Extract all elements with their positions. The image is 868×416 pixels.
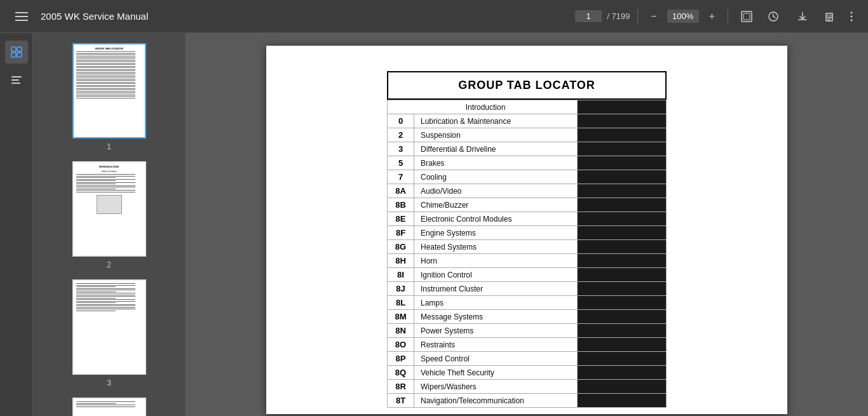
table-row: 3Differential & Driveline xyxy=(388,142,667,156)
tab-bar xyxy=(578,338,667,352)
menu-button[interactable] xyxy=(10,10,33,23)
thumbnail-image-3 xyxy=(72,279,146,375)
print-button[interactable] xyxy=(818,8,840,25)
zoom-in-button[interactable]: + xyxy=(704,8,720,25)
tab-label: Lubrication & Maintenance xyxy=(414,114,578,128)
thumbnail-image-1: GROUP TAB LOCATOR xyxy=(72,43,146,138)
svg-rect-5 xyxy=(827,20,830,20)
tab-bar xyxy=(578,380,667,394)
tab-label: Horn xyxy=(414,254,578,268)
thumbnail-image-2: INTRODUCTION Table of Contents xyxy=(72,161,146,257)
tab-number: 3 xyxy=(388,142,414,156)
page-total-label: / 7199 xyxy=(607,11,630,21)
tab-bar xyxy=(578,184,667,198)
tab-label: Speed Control xyxy=(414,352,578,366)
tab-bar xyxy=(578,352,667,366)
svg-rect-13 xyxy=(11,76,22,77)
thumbnail-label-3: 3 xyxy=(107,379,111,387)
divider2 xyxy=(728,9,728,24)
table-row: Introduction xyxy=(388,100,667,114)
gtl-table: Introduction0Lubrication & Maintenance2S… xyxy=(387,100,667,408)
toolbar-center: / 7199 − 100% + xyxy=(575,8,784,25)
download-button[interactable] xyxy=(792,8,813,25)
table-row: 8PSpeed Control xyxy=(388,352,667,366)
tab-number: 8M xyxy=(388,310,414,324)
table-row: 8MMessage Systems xyxy=(388,310,667,324)
tab-number: 8G xyxy=(388,240,414,254)
table-row: 8GHeated Systems xyxy=(388,240,667,254)
tab-bar xyxy=(578,142,667,156)
table-row: 5Brakes xyxy=(388,156,667,170)
table-row: 8NPower Systems xyxy=(388,324,667,338)
tab-bar xyxy=(578,296,667,310)
tab-number: 8R xyxy=(388,380,414,394)
svg-rect-9 xyxy=(11,47,16,51)
tab-label: Ignition Control xyxy=(414,268,578,282)
tab-bar xyxy=(578,198,667,212)
tab-label: Brakes xyxy=(414,156,578,170)
table-row: 8IIgnition Control xyxy=(388,268,667,282)
svg-rect-10 xyxy=(17,47,22,51)
tab-bar xyxy=(578,282,667,296)
tab-number: 7 xyxy=(388,170,414,184)
table-row: 8ORestraints xyxy=(388,338,667,352)
tab-label: Engine Systems xyxy=(414,226,578,240)
fit-page-button[interactable] xyxy=(736,8,757,25)
table-row: 8AAudio/Video xyxy=(388,184,667,198)
svg-rect-12 xyxy=(17,53,22,57)
toolbar: 2005 WK Service Manual / 7199 − 100% + xyxy=(0,0,868,33)
document-title: 2005 WK Service Manual xyxy=(41,11,148,22)
tab-number: 8L xyxy=(388,296,414,310)
tab-number: 8J xyxy=(388,282,414,296)
outline-view-button[interactable] xyxy=(5,69,28,91)
thumbnail-item-2[interactable]: INTRODUCTION Table of Contents 2 xyxy=(33,156,185,274)
table-row: 7Cooling xyxy=(388,170,667,184)
tab-label: Message Systems xyxy=(414,310,578,324)
page-document: GROUP TAB LOCATOR Introduction0Lubricati… xyxy=(266,46,787,414)
thumbnail-item-4[interactable] xyxy=(33,393,185,416)
more-options-button[interactable] xyxy=(845,8,858,25)
tab-label: Restraints xyxy=(414,338,578,352)
table-row: 8BChime/Buzzer xyxy=(388,198,667,212)
thumbnail-item-3[interactable]: 3 xyxy=(33,274,185,393)
table-row: 8LLamps xyxy=(388,296,667,310)
tab-label: Vehicle Theft Security xyxy=(414,366,578,380)
tab-bar xyxy=(578,254,667,268)
tab-bar xyxy=(578,268,667,282)
divider xyxy=(637,9,638,24)
tab-bar xyxy=(578,114,667,128)
tab-bar xyxy=(578,170,667,184)
tab-bar xyxy=(578,240,667,254)
svg-point-7 xyxy=(851,15,853,17)
page-input-wrap xyxy=(575,10,602,22)
tab-number: 8F xyxy=(388,226,414,240)
tab-number: 8N xyxy=(388,324,414,338)
thumbnail-view-button[interactable] xyxy=(5,41,28,64)
svg-rect-11 xyxy=(11,53,16,57)
table-row: 0Lubrication & Maintenance xyxy=(388,114,667,128)
table-row: 8RWipers/Washers xyxy=(388,380,667,394)
tab-number: 5 xyxy=(388,156,414,170)
table-row: 8TNavigation/Telecommunication xyxy=(388,394,667,408)
tab-label: Wipers/Washers xyxy=(414,380,578,394)
tab-label: Instrument Cluster xyxy=(414,282,578,296)
table-row: 2Suspension xyxy=(388,128,667,142)
page-number-input[interactable] xyxy=(579,11,598,21)
document-viewer[interactable]: GROUP TAB LOCATOR Introduction0Lubricati… xyxy=(186,33,868,416)
svg-rect-15 xyxy=(11,83,20,84)
thumbnail-panel[interactable]: GROUP TAB LOCATOR 1 xyxy=(33,33,186,416)
table-row: 8JInstrument Cluster xyxy=(388,282,667,296)
zoom-out-button[interactable]: − xyxy=(646,8,661,25)
tab-label: Chime/Buzzer xyxy=(414,198,578,212)
tab-bar xyxy=(578,226,667,240)
tab-label: Lamps xyxy=(414,296,578,310)
tab-label: Navigation/Telecommunication xyxy=(414,394,578,408)
thumbnail-item-1[interactable]: GROUP TAB LOCATOR 1 xyxy=(33,38,185,156)
tab-label: Heated Systems xyxy=(414,240,578,254)
tab-label: Differential & Driveline xyxy=(414,142,578,156)
thumbnail-label-2: 2 xyxy=(107,260,111,269)
svg-rect-14 xyxy=(11,79,19,81)
toolbar-left: 2005 WK Service Manual xyxy=(10,10,567,23)
tab-number: 2 xyxy=(388,128,414,142)
history-button[interactable] xyxy=(763,8,784,25)
